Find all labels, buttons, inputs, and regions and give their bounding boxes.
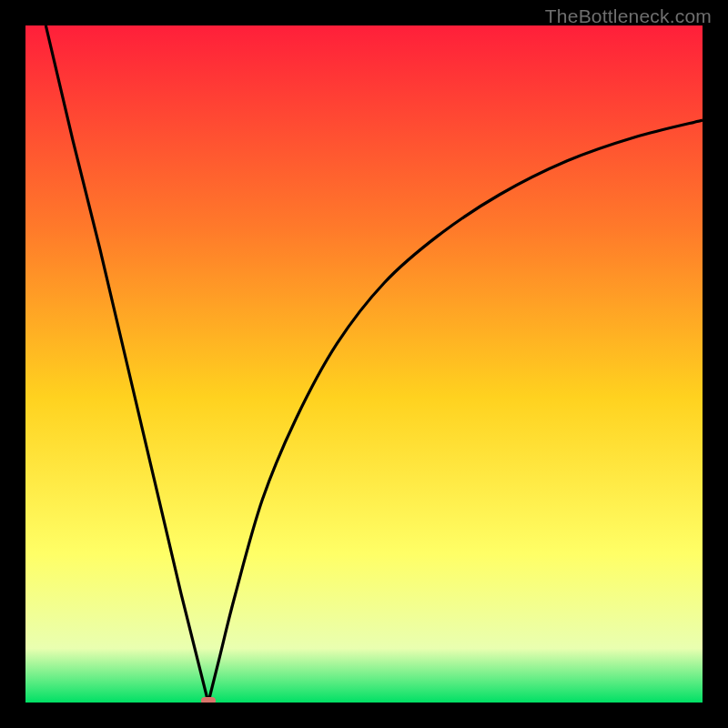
plot-area xyxy=(25,25,703,703)
watermark-text: TheBottleneck.com xyxy=(545,5,712,27)
bottleneck-curve xyxy=(25,25,703,703)
minimum-marker xyxy=(201,697,216,703)
chart-frame: TheBottleneck.com xyxy=(0,0,728,728)
